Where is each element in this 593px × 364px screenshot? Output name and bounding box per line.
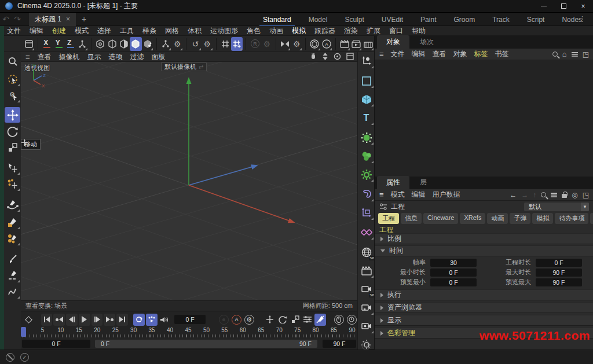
pan-icon[interactable] xyxy=(309,53,317,62)
spline-pen-icon[interactable] xyxy=(5,197,20,212)
motion-camera-icon[interactable]: ST xyxy=(358,281,374,297)
object-manager-menu-icon[interactable]: ≡ xyxy=(379,50,384,58)
playhead[interactable] xyxy=(21,327,26,337)
am-tab[interactable]: 层 xyxy=(411,176,436,189)
menu-item[interactable]: 渲染 xyxy=(344,26,358,36)
previous-key-button[interactable] xyxy=(53,314,65,326)
attribute-mode-tab[interactable]: 信息 xyxy=(401,213,422,224)
attribute-mode-tab[interactable]: 动画 xyxy=(487,213,508,224)
camera-rig-icon[interactable] xyxy=(358,205,374,220)
goto-end-button[interactable] xyxy=(116,314,128,326)
filter-icon[interactable] xyxy=(572,52,578,57)
om-menu-item[interactable]: 标签 xyxy=(474,49,488,59)
am-menu-item[interactable]: 编辑 xyxy=(412,190,426,200)
polygon-mode-icon[interactable] xyxy=(130,37,141,51)
redo-icon[interactable]: ↷ xyxy=(12,14,23,24)
preview-range-bar[interactable]: 0 F 90 F xyxy=(95,340,317,348)
playback-rate-button[interactable] xyxy=(346,314,357,326)
key-rotation-button[interactable] xyxy=(277,314,288,326)
am-menu-item[interactable]: 模式 xyxy=(391,190,405,200)
menu-item[interactable]: 体积 xyxy=(188,26,202,36)
next-key-button[interactable] xyxy=(104,314,115,326)
menu-item[interactable]: 运动图形 xyxy=(210,26,238,36)
layout-tab-groom[interactable]: Groom xyxy=(452,14,476,25)
model-mode-icon[interactable] xyxy=(94,37,106,51)
goto-start-button[interactable] xyxy=(41,314,53,326)
undo-icon[interactable]: ↶ xyxy=(0,14,12,24)
record-button[interactable] xyxy=(218,314,230,326)
menu-item[interactable]: 选择 xyxy=(97,26,111,36)
render-settings-icon[interactable]: A xyxy=(321,37,332,51)
target-camera-icon[interactable] xyxy=(358,318,374,334)
current-frame-field[interactable]: 0 F xyxy=(174,315,205,324)
metaball-icon[interactable] xyxy=(358,148,374,164)
x-axis-lock-button[interactable]: X xyxy=(41,37,53,51)
menu-item[interactable]: 帮助 xyxy=(412,26,426,36)
search-icon[interactable] xyxy=(552,52,558,57)
brush-tool-icon[interactable] xyxy=(5,251,20,267)
volume-builder-icon[interactable] xyxy=(358,130,374,145)
tweak-tool-icon[interactable]: ⚙ xyxy=(5,87,20,103)
points-move-tool-icon[interactable] xyxy=(5,176,20,192)
fragment-mode-icon[interactable] xyxy=(142,37,153,51)
menu-item[interactable]: 模拟 xyxy=(292,26,306,36)
camera-selector[interactable]: 默认摄像机 ⇄ xyxy=(161,62,207,71)
autokey-button[interactable]: A xyxy=(231,314,243,326)
layout-tab-model[interactable]: Model xyxy=(308,14,329,25)
om-menu-item[interactable]: 书签 xyxy=(495,49,509,59)
menu-item[interactable]: 工具 xyxy=(120,26,134,36)
maximize-button[interactable] xyxy=(554,0,573,13)
layout-tab-sculpt[interactable]: Sculpt xyxy=(343,14,365,25)
render-status-icon[interactable] xyxy=(6,353,14,362)
viewport-menu-item[interactable]: 显示 xyxy=(87,52,101,62)
popout-icon[interactable]: ◳ xyxy=(583,51,589,58)
viewport-menu-icon[interactable]: ≡ xyxy=(25,53,30,61)
sketch-blob-pen-icon[interactable] xyxy=(5,230,20,246)
play-button[interactable] xyxy=(79,314,90,326)
close-button[interactable]: × xyxy=(573,0,593,13)
viewport-menu-item[interactable]: 过滤 xyxy=(130,52,144,62)
orbit-icon[interactable] xyxy=(334,53,341,62)
om-tab[interactable]: 对象 xyxy=(377,35,409,49)
up-icon[interactable]: ↑ xyxy=(533,192,536,198)
attribute-mode-tab[interactable]: 节点 xyxy=(590,213,593,224)
layout-tab-paint[interactable]: Paint xyxy=(419,14,437,25)
play-mode-button[interactable] xyxy=(146,314,158,326)
preset-dropdown[interactable]: 默认 ▾ xyxy=(524,203,589,211)
am-menu-item[interactable]: 用户数据 xyxy=(433,190,460,200)
attribute-mode-tab[interactable]: Cineware xyxy=(423,213,458,224)
layout-more-icon[interactable]: ⋮ xyxy=(579,14,586,23)
minimize-button[interactable] xyxy=(534,0,554,13)
am-tab[interactable]: 属性 xyxy=(377,176,409,189)
menu-item[interactable]: 创建 xyxy=(52,26,66,36)
edge-mode-icon[interactable] xyxy=(118,37,130,51)
clapper-team-render-icon[interactable] xyxy=(339,37,350,51)
snap-grid-icon[interactable] xyxy=(219,37,231,51)
menu-item[interactable]: 网格 xyxy=(165,26,179,36)
line-pen-tool-icon[interactable] xyxy=(5,267,20,283)
y-axis-lock-button[interactable]: Y xyxy=(53,37,65,51)
z-axis-lock-button[interactable]: Z xyxy=(65,37,76,51)
text-object-icon[interactable]: T xyxy=(358,110,374,126)
layout-tab-script[interactable]: Script xyxy=(526,14,546,25)
viewport-menu-item[interactable]: 摄像机 xyxy=(59,52,80,62)
menu-item[interactable]: 文件 xyxy=(7,26,21,36)
menu-item[interactable]: 跟踪器 xyxy=(314,26,335,36)
mouse-key-button[interactable] xyxy=(334,314,345,326)
range-start-field[interactable]: 0 F xyxy=(22,340,90,348)
viewport-menu-item[interactable]: 面板 xyxy=(152,52,166,62)
section-display[interactable]: 显示 xyxy=(375,315,593,326)
dynamics-gear-icon[interactable]: ⚙ xyxy=(202,37,213,51)
section-scale[interactable]: 比例 xyxy=(375,233,593,244)
axis-tool-icon[interactable] xyxy=(76,37,88,51)
viewport-canvas[interactable]: 透视视图 默认摄像机 ⇄ 移动 Y Z X xyxy=(21,62,357,300)
loop-mode-button[interactable] xyxy=(133,314,145,326)
layout-box-icon[interactable] xyxy=(23,37,35,51)
nodes-tool-icon[interactable] xyxy=(160,37,171,51)
time-field-value[interactable]: 0 F xyxy=(430,269,477,277)
om-menu-item[interactable]: 查看 xyxy=(433,49,446,59)
time-field-value[interactable]: 30 xyxy=(430,259,477,267)
toggle-view-icon[interactable] xyxy=(346,53,354,62)
xpresso-icon[interactable] xyxy=(358,225,374,240)
om-menu-item[interactable]: 文件 xyxy=(391,49,405,59)
